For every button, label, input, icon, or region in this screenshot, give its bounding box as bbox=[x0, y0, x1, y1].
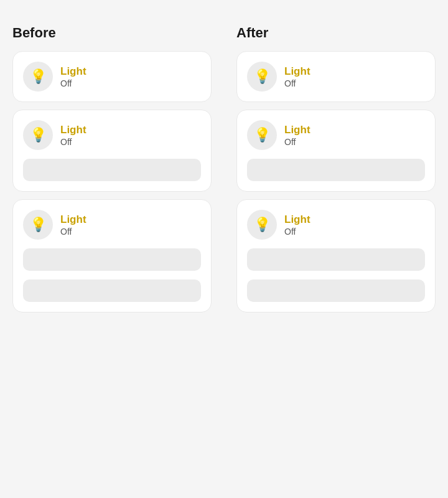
after-card-3-title: Light bbox=[284, 214, 310, 226]
after-card-2-text: Light Off bbox=[284, 124, 310, 147]
light-icon-circle: 💡 bbox=[247, 120, 277, 150]
placeholder-bar-1 bbox=[247, 159, 425, 181]
before-card-1-header: 💡 Light Off bbox=[23, 62, 201, 92]
after-card-1: 💡 Light Off bbox=[236, 51, 436, 102]
after-card-2-subtitle: Off bbox=[284, 137, 310, 147]
before-card-2: 💡 Light Off bbox=[12, 110, 212, 192]
before-card-3: 💡 Light Off bbox=[12, 199, 212, 312]
light-icon-circle: 💡 bbox=[247, 62, 277, 92]
bulb-icon: 💡 bbox=[254, 68, 271, 85]
before-card-3-body bbox=[23, 248, 201, 302]
placeholder-bar-2 bbox=[247, 280, 425, 302]
before-card-3-subtitle: Off bbox=[60, 227, 86, 237]
before-card-1-text: Light Off bbox=[60, 65, 86, 88]
before-card-3-header: 💡 Light Off bbox=[23, 210, 201, 240]
light-icon-circle: 💡 bbox=[23, 62, 53, 92]
after-card-1-subtitle: Off bbox=[284, 78, 310, 88]
before-card-2-subtitle: Off bbox=[60, 137, 86, 147]
before-card-2-header: 💡 Light Off bbox=[23, 120, 201, 150]
after-card-3-header: 💡 Light Off bbox=[247, 210, 425, 240]
after-card-3: 💡 Light Off bbox=[236, 199, 436, 312]
placeholder-bar-2 bbox=[23, 280, 201, 302]
after-card-3-body bbox=[247, 248, 425, 302]
before-card-1: 💡 Light Off bbox=[12, 51, 212, 102]
after-card-3-subtitle: Off bbox=[284, 227, 310, 237]
bulb-icon: 💡 bbox=[30, 68, 47, 85]
light-icon-circle: 💡 bbox=[23, 120, 53, 150]
after-card-1-text: Light Off bbox=[284, 65, 310, 88]
before-header: Before bbox=[12, 25, 212, 41]
light-icon-circle: 💡 bbox=[23, 210, 53, 240]
after-column: After 💡 Light Off 💡 Light O bbox=[236, 25, 436, 320]
placeholder-bar-1 bbox=[247, 248, 425, 271]
after-header: After bbox=[236, 25, 436, 41]
bulb-icon: 💡 bbox=[30, 127, 47, 143]
before-card-3-title: Light bbox=[60, 214, 86, 226]
before-card-2-title: Light bbox=[60, 124, 86, 136]
bulb-icon: 💡 bbox=[254, 217, 271, 233]
after-card-2-title: Light bbox=[284, 124, 310, 136]
before-card-1-title: Light bbox=[60, 65, 86, 78]
placeholder-bar-1 bbox=[23, 159, 201, 181]
before-card-2-text: Light Off bbox=[60, 124, 86, 147]
bulb-icon: 💡 bbox=[254, 127, 271, 143]
after-card-2: 💡 Light Off bbox=[236, 110, 436, 192]
placeholder-bar-1 bbox=[23, 248, 201, 271]
before-column: Before 💡 Light Off 💡 Light bbox=[12, 25, 212, 320]
after-card-3-text: Light Off bbox=[284, 214, 310, 237]
bulb-icon: 💡 bbox=[30, 217, 47, 233]
after-card-2-body bbox=[247, 159, 425, 181]
after-card-2-header: 💡 Light Off bbox=[247, 120, 425, 150]
before-card-3-text: Light Off bbox=[60, 214, 86, 237]
before-card-2-body bbox=[23, 159, 201, 181]
light-icon-circle: 💡 bbox=[247, 210, 277, 240]
after-card-1-title: Light bbox=[284, 65, 310, 78]
before-card-1-subtitle: Off bbox=[60, 78, 86, 88]
after-card-1-header: 💡 Light Off bbox=[247, 62, 425, 92]
comparison-layout: Before 💡 Light Off 💡 Light bbox=[12, 25, 436, 320]
